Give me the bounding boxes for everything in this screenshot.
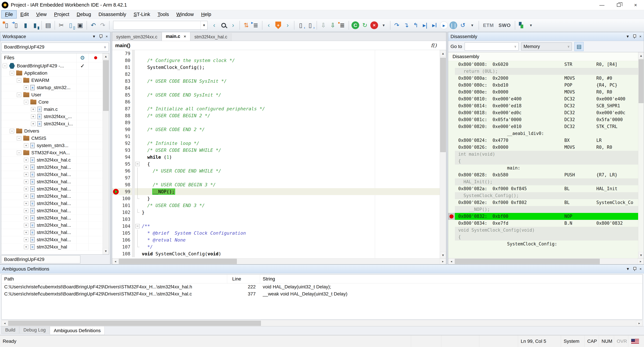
- breakpoint-gutter[interactable]: [448, 213, 455, 220]
- tree-item-user[interactable]: −User: [1, 91, 102, 98]
- undo-button[interactable]: ↶: [88, 20, 98, 30]
- tree-item-stm32f4xx-hal[interactable]: +cstm32f4xx_hal...: [1, 200, 102, 207]
- menu-item-window[interactable]: Window: [173, 10, 197, 18]
- scroll-thumb[interactable]: [455, 259, 600, 264]
- save-button[interactable]: ▮: [21, 20, 30, 30]
- disassembly-instruction[interactable]: 0x800'0826: 0x0000MOVSR0, R0: [448, 144, 638, 151]
- disassembly-instruction[interactable]: 0x800'0834: 0xe7fdB.N0x800'0832: [448, 220, 638, 227]
- disassembly-close-icon[interactable]: ×: [639, 35, 642, 38]
- scroll-down-button[interactable]: ▼: [638, 252, 644, 258]
- disassembly-instruction[interactable]: 0x800'0818: 0xe000'ed0cDC320xe000'ed0c: [448, 109, 638, 116]
- search-box-combobox[interactable]: ▾: [113, 21, 208, 30]
- disassembly-instruction[interactable]: 0x800'080e: 0x0000MOVSR0, R0: [448, 88, 638, 96]
- breakpoint-gutter[interactable]: [112, 119, 120, 126]
- fold-column[interactable]: [135, 209, 140, 216]
- menu-item-project[interactable]: Project: [51, 10, 72, 18]
- breakpoint-gutter[interactable]: [112, 236, 120, 244]
- mixed-mode-toggle-button[interactable]: ▤: [574, 42, 584, 51]
- tree-item-stm32f4xx-hal[interactable]: +cstm32f4xx_hal: [1, 244, 102, 251]
- scroll-thumb[interactable]: [440, 58, 446, 152]
- fold-column[interactable]: [135, 230, 140, 236]
- fold-column[interactable]: [135, 195, 140, 202]
- output-tab-debug-log[interactable]: Debug Log: [20, 326, 50, 334]
- tree-item-stm32f4xx-hal-c[interactable]: +cstm32f4xx_hal.c: [1, 156, 102, 164]
- column-header-line[interactable]: Line: [227, 274, 260, 283]
- workspace-project-tab[interactable]: BoardBringUpF429: [1, 255, 80, 264]
- breakpoint-gutter[interactable]: [112, 98, 120, 105]
- scroll-down-button[interactable]: ▼: [103, 248, 109, 254]
- breakpoint-gutter[interactable]: [112, 84, 120, 92]
- paste-button[interactable]: ▣: [76, 20, 85, 30]
- disassembly-instruction[interactable]: 0x800'081c: 0x05fa'0000DC320x5fa'0000: [448, 116, 638, 123]
- expand-icon[interactable]: +: [24, 230, 28, 235]
- definition-row[interactable]: C:\Users\christef\cubemxtst\BoardBringUp…: [2, 283, 642, 290]
- tree-item-stm32f4xx-i[interactable]: +cstm32f4xx_i...: [1, 120, 102, 128]
- goto-address-combobox[interactable]: ∨: [465, 42, 518, 50]
- tree-item-stm32f4xx-ha[interactable]: −STM32F4xx_HA...: [1, 149, 102, 156]
- fold-column[interactable]: [135, 236, 140, 244]
- scroll-up-button[interactable]: ▲: [440, 50, 446, 56]
- disassembly-pin-icon[interactable]: [633, 34, 636, 39]
- rebuild-all-button[interactable]: ↻: [360, 20, 370, 30]
- download-button[interactable]: ⇩: [319, 20, 328, 30]
- scroll-right-button[interactable]: ▸: [638, 258, 644, 264]
- breakpoint-gutter[interactable]: [112, 105, 120, 112]
- fold-column[interactable]: [135, 126, 140, 133]
- expand-icon[interactable]: +: [24, 238, 28, 242]
- breakpoint-gutter[interactable]: [112, 168, 120, 174]
- tree-item-core[interactable]: −Core: [1, 98, 102, 106]
- tree-item-stm32f4xx-hal[interactable]: +cstm32f4xx_hal...: [1, 178, 102, 186]
- breakpoint-gutter[interactable]: [112, 78, 120, 84]
- toolbar-overflow-build-button[interactable]: ▾: [379, 20, 388, 30]
- breakpoint-gutter[interactable]: [112, 181, 120, 188]
- menu-item-debug[interactable]: Debug: [73, 10, 94, 18]
- fold-column[interactable]: [135, 174, 140, 181]
- restore-button[interactable]: [610, 0, 627, 10]
- fold-column[interactable]: [135, 168, 140, 174]
- tree-item-stm32f4xx-hal[interactable]: +cstm32f4xx_hal...: [1, 186, 102, 193]
- copy-button[interactable]: ▯▯: [66, 20, 76, 30]
- fold-column[interactable]: [135, 78, 140, 84]
- stop-build-button[interactable]: ×: [370, 20, 379, 30]
- disassembly-instruction[interactable]: 0x800'082e: 0xf000 0xf802BLSystemClock_C…: [448, 199, 638, 206]
- tree-item-ewarm[interactable]: −EWARM: [1, 77, 102, 84]
- fold-column[interactable]: [135, 181, 140, 188]
- editor-tab-system-stm32f4xx-c[interactable]: system_stm32f4xx.c: [112, 33, 162, 41]
- menu-item-edit[interactable]: Edit: [17, 10, 32, 18]
- expand-icon[interactable]: +: [24, 158, 28, 162]
- fold-column[interactable]: [135, 202, 140, 209]
- breakpoint-gutter[interactable]: [112, 64, 120, 71]
- disassembly-instruction[interactable]: 0x800'080a: 0x2000MOVSR0, #0: [448, 75, 638, 82]
- expand-icon[interactable]: +: [24, 216, 28, 220]
- next-bookmark-button[interactable]: ›: [283, 20, 292, 30]
- workspace-close-icon[interactable]: ×: [106, 35, 108, 38]
- fold-column[interactable]: [135, 119, 140, 126]
- save-all-button[interactable]: ▮▮: [30, 20, 40, 30]
- collapse-icon[interactable]: −: [17, 78, 21, 82]
- scroll-up-button[interactable]: ▲: [638, 52, 644, 58]
- tree-item-main-c[interactable]: +cmain.c: [1, 106, 102, 113]
- breakpoint-gutter[interactable]: [112, 71, 120, 78]
- breakpoint-gutter[interactable]: [112, 147, 120, 154]
- gear-icon[interactable]: ⚙: [80, 54, 85, 61]
- scroll-thumb[interactable]: [103, 60, 108, 111]
- new-document-button[interactable]: ▯✱: [2, 20, 12, 30]
- navigate-forward-button[interactable]: ▯›: [306, 20, 315, 30]
- collapse-icon[interactable]: −: [24, 100, 28, 104]
- editor-tab-main-c[interactable]: main.c×: [162, 32, 190, 41]
- breakpoint-gutter[interactable]: [112, 216, 120, 223]
- go-button[interactable]: ▸: [439, 20, 449, 30]
- collapse-icon[interactable]: −: [17, 136, 21, 140]
- fold-column[interactable]: [135, 147, 140, 154]
- menu-item-tools[interactable]: Tools: [154, 10, 172, 18]
- expand-icon[interactable]: +: [24, 245, 28, 249]
- output-tab-build[interactable]: Build: [1, 326, 19, 334]
- breakpoint-gutter[interactable]: [112, 112, 120, 119]
- tree-item-stm32f4xx-hal[interactable]: +cstm32f4xx_hal...: [1, 222, 102, 229]
- fold-column[interactable]: [135, 98, 140, 105]
- column-header-string[interactable]: String: [260, 274, 642, 283]
- column-header-path[interactable]: Path: [2, 274, 227, 283]
- toggle-bookmark-button[interactable]: +: [274, 20, 283, 30]
- expand-icon[interactable]: +: [31, 122, 35, 126]
- panel-menu-icon[interactable]: ▼: [626, 267, 630, 271]
